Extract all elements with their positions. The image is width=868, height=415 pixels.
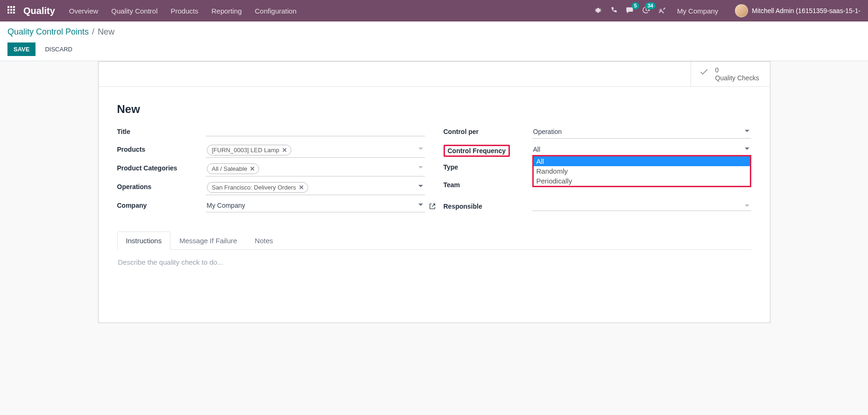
operation-tag: San Francisco: Delivery Orders ✕ bbox=[207, 182, 309, 193]
product-tag: [FURN_0003] LED Lamp ✕ bbox=[207, 145, 292, 155]
tag-remove-icon[interactable]: ✕ bbox=[282, 147, 287, 154]
save-button[interactable]: SAVE bbox=[7, 42, 35, 56]
control-panel: Quality Control Points / New SAVE DISCAR… bbox=[0, 21, 868, 61]
messages-badge: 5 bbox=[632, 2, 639, 9]
breadcrumb-separator: / bbox=[92, 27, 94, 36]
nav-quality-control[interactable]: Quality Control bbox=[111, 7, 157, 15]
breadcrumb-current: New bbox=[98, 27, 114, 36]
page-title: New bbox=[117, 103, 751, 116]
user-menu[interactable]: Mitchell Admin (16151359-saas-15-1- bbox=[735, 4, 861, 17]
tag-label: All / Saleable bbox=[212, 165, 247, 172]
caret-down-icon bbox=[418, 166, 423, 169]
nav-configuration[interactable]: Configuration bbox=[255, 7, 296, 15]
nav-menu: Overview Quality Control Products Report… bbox=[69, 7, 296, 15]
form-sheet: 0 Quality Checks New Title Products bbox=[98, 61, 770, 323]
category-tag: All / Saleable ✕ bbox=[207, 163, 260, 174]
tools-icon[interactable] bbox=[658, 7, 666, 15]
company-input[interactable]: My Company bbox=[206, 200, 425, 212]
right-column: Control per Operation Control Frequency … bbox=[444, 126, 751, 218]
product-categories-label: Product Categories bbox=[117, 162, 206, 172]
caret-down-icon bbox=[418, 185, 423, 187]
checkmark-icon bbox=[699, 67, 710, 81]
caret-down-icon bbox=[418, 148, 423, 150]
operations-input[interactable]: San Francisco: Delivery Orders ✕ bbox=[206, 181, 425, 195]
external-link-icon[interactable] bbox=[429, 203, 436, 210]
tab-notes[interactable]: Notes bbox=[246, 232, 282, 250]
product-categories-input[interactable]: All / Saleable ✕ bbox=[206, 162, 425, 176]
button-box: 0 Quality Checks bbox=[99, 62, 770, 87]
nav-reporting[interactable]: Reporting bbox=[212, 7, 242, 15]
tab-content: Describe the quality check to do... bbox=[117, 250, 751, 313]
control-per-label: Control per bbox=[444, 126, 532, 135]
breadcrumb-root[interactable]: Quality Control Points bbox=[7, 27, 89, 36]
app-brand[interactable]: Quality bbox=[23, 6, 55, 16]
nav-products[interactable]: Products bbox=[171, 7, 198, 15]
responsible-label: Responsible bbox=[444, 201, 532, 210]
control-frequency-label: Control Frequency bbox=[444, 145, 510, 157]
dropdown-option-all[interactable]: All bbox=[534, 156, 750, 166]
tag-label: San Francisco: Delivery Orders bbox=[212, 184, 296, 191]
stat-count: 0 bbox=[715, 66, 759, 74]
navbar: Quality Overview Quality Control Product… bbox=[0, 0, 868, 21]
dropdown-option-randomly[interactable]: Randomly bbox=[534, 166, 750, 176]
tag-remove-icon[interactable]: ✕ bbox=[250, 165, 255, 172]
dropdown-option-periodically[interactable]: Periodically bbox=[534, 176, 750, 186]
systray: 5 34 My Company Mitchell Admin (16151359… bbox=[594, 4, 861, 17]
products-input[interactable]: [FURN_0003] LED Lamp ✕ bbox=[206, 144, 425, 158]
type-label: Type bbox=[444, 162, 532, 171]
bug-icon[interactable] bbox=[594, 7, 602, 15]
control-per-select[interactable]: Operation bbox=[532, 126, 751, 139]
products-label: Products bbox=[117, 144, 206, 153]
quality-checks-stat[interactable]: 0 Quality Checks bbox=[691, 62, 770, 86]
user-name: Mitchell Admin (16151359-saas-15-1- bbox=[752, 7, 861, 14]
control-frequency-select[interactable]: All bbox=[532, 144, 751, 156]
stat-label: Quality Checks bbox=[715, 74, 759, 82]
breadcrumb: Quality Control Points / New bbox=[7, 27, 861, 37]
tabs: Instructions Message If Failure Notes bbox=[117, 232, 751, 250]
title-input[interactable] bbox=[206, 126, 425, 136]
phone-icon[interactable] bbox=[610, 7, 617, 15]
activities-icon[interactable]: 34 bbox=[642, 6, 650, 15]
company-selector[interactable]: My Company bbox=[677, 7, 718, 15]
messages-icon[interactable]: 5 bbox=[626, 6, 634, 15]
title-label: Title bbox=[117, 126, 206, 135]
tab-message-if-failure[interactable]: Message If Failure bbox=[170, 232, 246, 250]
company-label: Company bbox=[117, 200, 206, 209]
avatar bbox=[735, 4, 748, 17]
activities-badge: 34 bbox=[645, 2, 656, 9]
left-column: Title Products [FURN_0003] LED Lamp ✕ bbox=[117, 126, 425, 218]
tab-instructions[interactable]: Instructions bbox=[117, 232, 171, 250]
discard-button[interactable]: DISCARD bbox=[40, 43, 77, 56]
instructions-textarea[interactable]: Describe the quality check to do... bbox=[118, 258, 750, 305]
responsible-input[interactable] bbox=[532, 201, 751, 211]
nav-overview[interactable]: Overview bbox=[69, 7, 99, 15]
tag-label: [FURN_0003] LED Lamp bbox=[212, 147, 280, 154]
operations-label: Operations bbox=[117, 181, 206, 190]
tag-remove-icon[interactable]: ✕ bbox=[299, 184, 304, 191]
apps-icon[interactable] bbox=[7, 6, 17, 15]
team-label: Team bbox=[444, 179, 532, 189]
control-frequency-dropdown: All Randomly Periodically bbox=[532, 155, 751, 187]
